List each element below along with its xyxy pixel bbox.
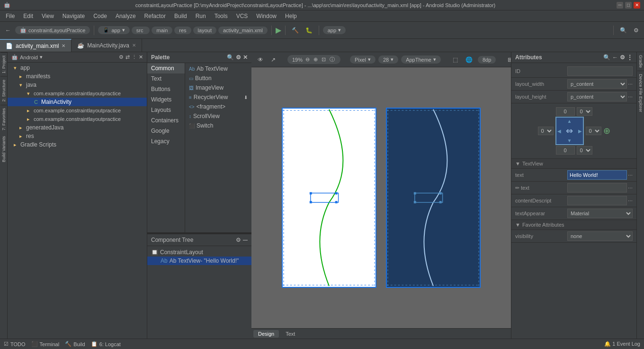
palette-item-switch[interactable]: ⬛ Switch: [185, 121, 251, 130]
attr-text-more-icon[interactable]: ⋯: [628, 173, 633, 178]
palette-item-scrollview[interactable]: ↕ ScrollView: [185, 111, 251, 121]
menu-refactor[interactable]: Refactor: [141, 12, 170, 20]
dp-pill[interactable]: 8dp: [478, 56, 496, 64]
tab-activity-main[interactable]: 📄 activity_main.xml ✕: [0, 39, 72, 52]
tree-item-manifests[interactable]: ▸ manifests: [8, 72, 147, 81]
menu-help[interactable]: Help: [281, 12, 301, 20]
close-tab-1[interactable]: ✕: [132, 43, 136, 48]
constraint-bottom-select[interactable]: 0: [577, 146, 592, 155]
side-tab-project[interactable]: 1: Project: [0, 52, 7, 76]
tree-item-package2[interactable]: ▸ com.example.constraintlayoutpractice: [8, 106, 147, 115]
text-tab[interactable]: Text: [281, 330, 300, 338]
menu-tools[interactable]: Tools: [211, 12, 232, 20]
constraint-icon[interactable]: ⊞: [505, 55, 511, 64]
attr-height-more-icon[interactable]: ⋯: [628, 94, 633, 100]
menu-analyze[interactable]: Analyze: [112, 12, 140, 20]
zoom-pill[interactable]: 19% ⊖ ⊕ ⊡ ⓘ: [287, 55, 340, 64]
attr-input-id[interactable]: [567, 66, 633, 76]
attr-width-more-icon[interactable]: ⋯: [628, 82, 633, 87]
palette-cat-layouts[interactable]: Layouts: [147, 105, 185, 115]
tree-item-res[interactable]: ▸ res: [8, 132, 147, 140]
palette-close-icon[interactable]: ✕: [243, 54, 248, 61]
side-tab-gradle[interactable]: Gradle: [637, 52, 644, 71]
terminal-btn[interactable]: ⬛ Terminal: [31, 341, 60, 347]
build-icon[interactable]: 🔨: [289, 26, 301, 35]
attr-search-icon[interactable]: 🔍: [603, 54, 610, 61]
palette-cat-containers[interactable]: Containers: [147, 115, 185, 126]
menu-run[interactable]: Run: [192, 12, 210, 20]
sdk-pill[interactable]: 28 ▾: [378, 55, 398, 64]
layout-pill[interactable]: layout: [193, 27, 216, 34]
logcat-btn[interactable]: 📋 6: Logcat: [91, 341, 121, 347]
palette-settings-icon[interactable]: ⚙: [236, 54, 241, 61]
xml-pill[interactable]: activity_main.xml: [218, 27, 268, 34]
cursor-icon[interactable]: ↗: [268, 55, 278, 64]
back-icon[interactable]: ←: [3, 26, 13, 35]
todo-btn[interactable]: ☑ TODO: [4, 341, 26, 347]
tree-item-package[interactable]: ▾ com.example.constraintlayoutpractice: [8, 89, 147, 98]
module-pill[interactable]: 📱 app ▾: [98, 26, 129, 34]
maximize-btn[interactable]: □: [625, 2, 632, 9]
tree-item-java[interactable]: ▾ java: [8, 81, 147, 89]
project-sync-icon[interactable]: ⇄: [125, 54, 130, 60]
tab-mainactivity[interactable]: ☕ MainActivity.java ✕: [72, 39, 142, 52]
constraint-top-select[interactable]: 0: [577, 107, 592, 116]
zoom-fit-icon[interactable]: ⊡: [321, 56, 327, 63]
palette-item-recyclerview[interactable]: ≡ RecyclerView ⬇: [185, 92, 251, 102]
constraint-right-select[interactable]: 0: [586, 127, 601, 135]
ct-item-textview[interactable]: Ab Ab TextView- "Hello World!": [147, 257, 251, 265]
theme-pill[interactable]: AppTheme ▾: [401, 55, 441, 64]
device-pill[interactable]: app ▾: [323, 26, 346, 34]
palette-item-fragment[interactable]: <> <fragment>: [185, 102, 251, 111]
settings-icon[interactable]: ⚙: [631, 26, 641, 35]
zoom-plus-icon[interactable]: ⊕: [313, 56, 319, 63]
side-tab-favorites[interactable]: 7: Favorites: [0, 105, 7, 133]
build-btn[interactable]: 🔨 Build: [65, 341, 85, 347]
side-tab-structure[interactable]: 2: Structure: [0, 76, 7, 105]
window-controls[interactable]: ─ □ ✕: [617, 2, 640, 9]
menu-vcs[interactable]: VCS: [233, 12, 252, 20]
src-pill[interactable]: src: [132, 27, 150, 34]
attr-select-layout-height[interactable]: p_content: [567, 92, 627, 101]
side-tab-device-explorer[interactable]: Device File Explorer: [637, 71, 644, 115]
menu-view[interactable]: View: [38, 12, 58, 20]
orient-icon[interactable]: ⬚: [450, 55, 460, 64]
search-icon[interactable]: 🔍: [617, 26, 629, 35]
minimize-btn[interactable]: ─: [617, 2, 623, 9]
tree-item-app[interactable]: ▾ app: [8, 64, 147, 72]
attr-settings-icon[interactable]: ⚙: [620, 54, 625, 61]
palette-search-icon[interactable]: 🔍: [227, 54, 234, 61]
textview-collapse-icon[interactable]: ▼: [515, 161, 520, 166]
res-pill[interactable]: res: [174, 27, 191, 34]
debug-icon[interactable]: 🐛: [303, 26, 315, 35]
tree-item-package3[interactable]: ▸ com.example.constraintlayoutpractice: [8, 115, 147, 123]
palette-item-imageview[interactable]: 🖼 ImageView: [185, 83, 251, 92]
project-close-icon[interactable]: ✕: [139, 54, 143, 60]
menu-code[interactable]: Code: [89, 12, 111, 20]
menu-window[interactable]: Window: [252, 12, 280, 20]
menu-navigate[interactable]: Navigate: [59, 12, 89, 20]
palette-item-button[interactable]: ▭ Button: [185, 73, 251, 83]
tree-item-mainactivity[interactable]: C MainActivity: [8, 98, 147, 106]
device-pill-canvas[interactable]: Pixel ▾: [350, 55, 376, 64]
eye-icon[interactable]: 👁: [255, 55, 266, 64]
design-tab[interactable]: Design: [253, 330, 279, 338]
constraint-left-select[interactable]: 0: [538, 127, 554, 135]
fav-collapse-icon[interactable]: ▼: [515, 222, 520, 228]
project-settings-icon[interactable]: ⚙: [119, 54, 124, 60]
attr-select-text-appear[interactable]: Material: [567, 209, 633, 218]
constraint-add-icon[interactable]: ⊕: [603, 126, 610, 136]
menu-build[interactable]: Build: [170, 12, 191, 20]
palette-cat-legacy[interactable]: Legacy: [147, 136, 185, 147]
attr-input-text[interactable]: [567, 170, 627, 180]
palette-cat-google[interactable]: Google: [147, 126, 185, 136]
tree-item-gradle[interactable]: ▸ Gradle Scripts: [8, 140, 147, 149]
menu-file[interactable]: File: [2, 12, 18, 20]
attr-select-layout-width[interactable]: p_content: [567, 79, 627, 89]
palette-cat-buttons[interactable]: Buttons: [147, 84, 185, 94]
tree-item-generated[interactable]: ▸ generatedJava: [8, 123, 147, 132]
event-log-btn[interactable]: 🔔 1 Event Log: [604, 341, 640, 347]
attr-select-visibility[interactable]: none: [567, 231, 633, 241]
zoom-info-icon[interactable]: ⓘ: [329, 56, 336, 63]
attr-input-content-desc[interactable]: [567, 196, 627, 205]
